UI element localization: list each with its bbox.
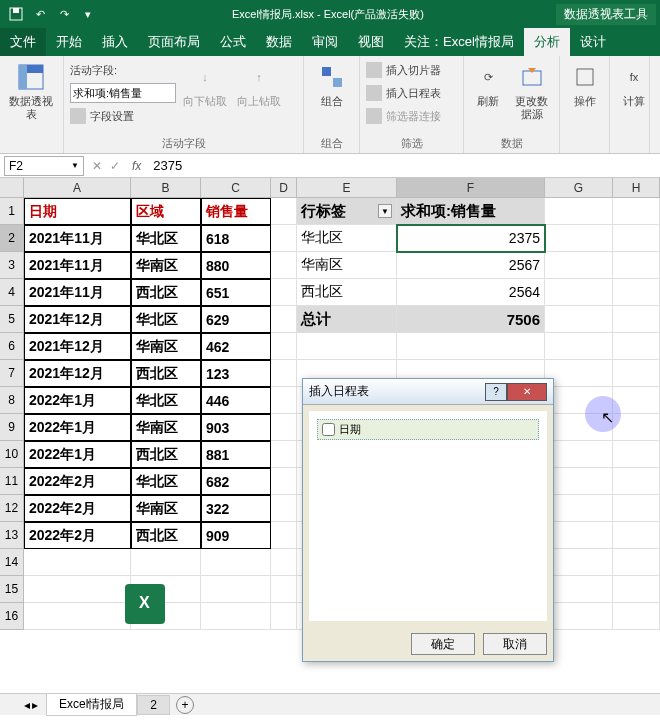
cell[interactable] <box>271 576 297 603</box>
cell[interactable] <box>545 495 613 522</box>
group-button[interactable]: 组合 <box>310 59 353 110</box>
dialog-titlebar[interactable]: 插入日程表 ? ✕ <box>303 379 553 405</box>
data-sales[interactable]: 322 <box>201 495 271 522</box>
cell[interactable] <box>613 306 660 333</box>
cell[interactable] <box>271 306 297 333</box>
menu-formulas[interactable]: 公式 <box>210 28 256 56</box>
sheet-tab-active[interactable]: Excel情报局 <box>46 693 137 716</box>
data-date[interactable]: 2022年1月 <box>24 441 131 468</box>
cell[interactable] <box>271 441 297 468</box>
col-header[interactable]: F <box>397 178 545 198</box>
row-header[interactable]: 5 <box>0 306 24 333</box>
cell[interactable] <box>131 549 201 576</box>
row-header[interactable]: 10 <box>0 441 24 468</box>
data-region[interactable]: 华南区 <box>131 495 201 522</box>
menu-analyze[interactable]: 分析 <box>524 28 570 56</box>
data-sales[interactable]: 651 <box>201 279 271 306</box>
cell[interactable] <box>613 468 660 495</box>
data-region[interactable]: 华南区 <box>131 333 201 360</box>
cell[interactable] <box>271 549 297 576</box>
pivot-total-value[interactable]: 7506 <box>397 306 545 333</box>
cell[interactable] <box>297 333 397 360</box>
col-header[interactable]: B <box>131 178 201 198</box>
cell[interactable] <box>613 576 660 603</box>
row-header[interactable]: 2 <box>0 225 24 252</box>
data-sales[interactable]: 881 <box>201 441 271 468</box>
pivot-value[interactable]: 2567 <box>397 252 545 279</box>
data-sales[interactable]: 618 <box>201 225 271 252</box>
cell[interactable] <box>613 333 660 360</box>
cell[interactable] <box>271 414 297 441</box>
cell[interactable] <box>613 279 660 306</box>
cell[interactable] <box>613 603 660 630</box>
cell[interactable] <box>271 198 297 225</box>
ok-button[interactable]: 确定 <box>411 633 475 655</box>
row-header[interactable]: 1 <box>0 198 24 225</box>
cell[interactable] <box>545 333 613 360</box>
cell[interactable] <box>613 441 660 468</box>
timeline-field-item[interactable]: 日期 <box>317 419 539 440</box>
data-region[interactable]: 西北区 <box>131 279 201 306</box>
data-date[interactable]: 2021年11月 <box>24 279 131 306</box>
data-sales[interactable]: 682 <box>201 468 271 495</box>
pivot-row-label[interactable]: 华北区 <box>297 225 397 252</box>
cell[interactable] <box>271 252 297 279</box>
cell[interactable] <box>613 252 660 279</box>
insert-slicer-button[interactable]: 插入切片器 <box>366 59 441 81</box>
cell[interactable] <box>613 549 660 576</box>
cancel-button[interactable]: 取消 <box>483 633 547 655</box>
row-header[interactable]: 4 <box>0 279 24 306</box>
undo-icon[interactable]: ↶ <box>28 3 52 25</box>
pivot-row-label[interactable]: 行标签▼ <box>297 198 397 225</box>
timeline-field-checkbox[interactable] <box>322 423 335 436</box>
refresh-button[interactable]: ⟳ 刷新 <box>470 59 506 110</box>
active-field-input[interactable] <box>70 83 176 103</box>
pivot-value[interactable]: 2564 <box>397 279 545 306</box>
sheet-nav-last-icon[interactable]: ▸ <box>32 698 38 712</box>
change-source-button[interactable]: 更改数据源 <box>510 59 553 123</box>
fx-icon[interactable]: fx <box>132 159 141 173</box>
insert-timeline-button[interactable]: 插入日程表 <box>366 82 441 104</box>
cell[interactable] <box>545 549 613 576</box>
cell[interactable] <box>613 495 660 522</box>
data-date[interactable]: 2021年11月 <box>24 252 131 279</box>
actions-button[interactable]: 操作 <box>566 59 603 110</box>
formula-input[interactable] <box>149 158 660 173</box>
data-sales[interactable]: 880 <box>201 252 271 279</box>
menu-follow[interactable]: 关注：Excel情报局 <box>394 28 524 56</box>
cell[interactable] <box>545 252 613 279</box>
data-date[interactable]: 2021年12月 <box>24 333 131 360</box>
row-header[interactable]: 15 <box>0 576 24 603</box>
row-header[interactable]: 14 <box>0 549 24 576</box>
menu-insert[interactable]: 插入 <box>92 28 138 56</box>
data-region[interactable]: 西北区 <box>131 441 201 468</box>
menu-data[interactable]: 数据 <box>256 28 302 56</box>
data-sales[interactable]: 909 <box>201 522 271 549</box>
cell[interactable] <box>271 225 297 252</box>
name-box[interactable]: F2▼ <box>4 156 84 176</box>
data-region[interactable]: 华南区 <box>131 414 201 441</box>
cell[interactable] <box>545 279 613 306</box>
col-header[interactable]: D <box>271 178 297 198</box>
menu-page-layout[interactable]: 页面布局 <box>138 28 210 56</box>
col-header[interactable]: A <box>24 178 131 198</box>
data-date[interactable]: 2022年2月 <box>24 468 131 495</box>
cell[interactable] <box>271 522 297 549</box>
col-header[interactable]: G <box>545 178 613 198</box>
menu-home[interactable]: 开始 <box>46 28 92 56</box>
menu-view[interactable]: 视图 <box>348 28 394 56</box>
data-region[interactable]: 西北区 <box>131 522 201 549</box>
data-region[interactable]: 华北区 <box>131 306 201 333</box>
cell[interactable] <box>613 198 660 225</box>
calc-button[interactable]: fx 计算 <box>616 59 652 110</box>
save-icon[interactable] <box>4 3 28 25</box>
menu-file[interactable]: 文件 <box>0 28 46 56</box>
qat-dropdown-icon[interactable]: ▾ <box>76 3 100 25</box>
cell[interactable] <box>271 360 297 387</box>
cell[interactable] <box>613 360 660 387</box>
data-region[interactable]: 西北区 <box>131 360 201 387</box>
data-sales[interactable]: 629 <box>201 306 271 333</box>
cell[interactable] <box>271 387 297 414</box>
row-header[interactable]: 12 <box>0 495 24 522</box>
cell[interactable] <box>545 306 613 333</box>
